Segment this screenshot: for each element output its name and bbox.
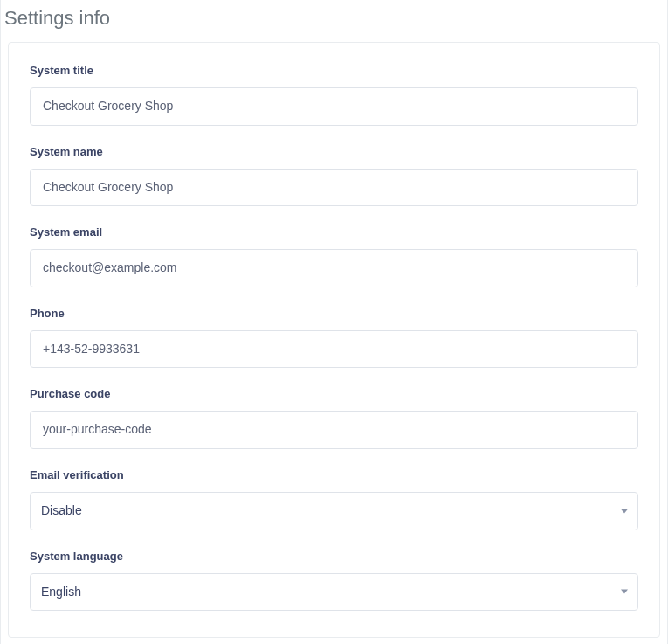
purchase-code-input[interactable] — [30, 411, 638, 449]
system-language-select[interactable]: English — [30, 573, 638, 612]
email-verification-group: Email verification Disable — [30, 468, 638, 530]
system-name-label: System name — [30, 145, 638, 158]
system-email-label: System email — [30, 225, 638, 239]
system-email-input[interactable] — [30, 249, 638, 287]
purchase-code-group: Purchase code — [30, 387, 638, 449]
phone-input[interactable] — [30, 330, 638, 369]
purchase-code-label: Purchase code — [30, 387, 638, 400]
system-language-label: System language — [30, 550, 638, 563]
system-name-input[interactable] — [30, 169, 638, 207]
email-verification-select[interactable]: Disable — [30, 492, 638, 530]
system-language-group: System language English — [30, 550, 638, 612]
system-title-input[interactable] — [30, 87, 638, 126]
system-title-group: System title — [30, 64, 638, 126]
system-name-group: System name — [30, 145, 638, 207]
phone-group: Phone — [30, 307, 638, 369]
email-verification-label: Email verification — [30, 468, 638, 481]
page-title: Settings info — [1, 0, 667, 42]
system-title-label: System title — [30, 64, 638, 77]
phone-label: Phone — [30, 307, 638, 320]
system-email-group: System email — [30, 225, 638, 287]
settings-card: System title System name System email Ph… — [8, 42, 660, 638]
